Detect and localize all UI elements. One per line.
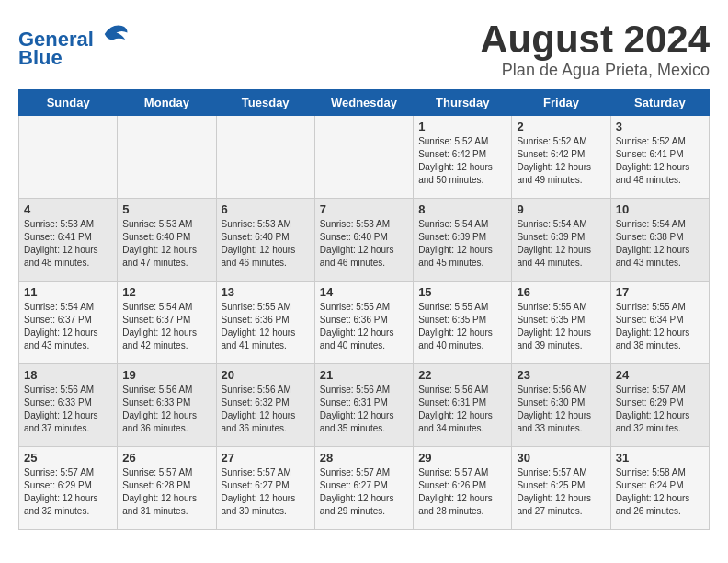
day-info: Sunrise: 5:57 AM Sunset: 6:27 PM Dayligh…: [222, 466, 310, 518]
calendar-week-row: 18Sunrise: 5:56 AM Sunset: 6:33 PM Dayli…: [19, 364, 710, 447]
calendar-cell: 9Sunrise: 5:54 AM Sunset: 6:39 PM Daylig…: [512, 199, 610, 282]
day-info: Sunrise: 5:54 AM Sunset: 6:39 PM Dayligh…: [517, 218, 605, 270]
day-info: Sunrise: 5:57 AM Sunset: 6:28 PM Dayligh…: [122, 466, 210, 518]
day-info: Sunrise: 5:52 AM Sunset: 6:42 PM Dayligh…: [517, 135, 605, 187]
day-info: Sunrise: 5:53 AM Sunset: 6:40 PM Dayligh…: [222, 218, 310, 270]
calendar-cell: 18Sunrise: 5:56 AM Sunset: 6:33 PM Dayli…: [19, 364, 118, 447]
day-info: Sunrise: 5:57 AM Sunset: 6:29 PM Dayligh…: [616, 384, 704, 435]
day-info: Sunrise: 5:53 AM Sunset: 6:41 PM Dayligh…: [24, 218, 112, 270]
calendar-body: 1Sunrise: 5:52 AM Sunset: 6:42 PM Daylig…: [19, 116, 710, 530]
calendar-cell: 4Sunrise: 5:53 AM Sunset: 6:41 PM Daylig…: [19, 199, 118, 282]
day-number: 13: [222, 285, 310, 299]
day-number: 12: [122, 285, 210, 299]
day-info: Sunrise: 5:54 AM Sunset: 6:37 PM Dayligh…: [24, 301, 112, 352]
day-number: 18: [24, 368, 112, 382]
day-number: 28: [320, 451, 408, 465]
day-number: 30: [517, 451, 605, 465]
calendar-cell: 7Sunrise: 5:53 AM Sunset: 6:40 PM Daylig…: [314, 199, 413, 282]
day-number: 24: [616, 368, 704, 382]
calendar-cell: 6Sunrise: 5:53 AM Sunset: 6:40 PM Daylig…: [216, 199, 314, 282]
calendar-cell: 22Sunrise: 5:56 AM Sunset: 6:31 PM Dayli…: [414, 364, 512, 447]
weekday-header-saturday: Saturday: [610, 90, 709, 116]
day-number: 7: [320, 202, 408, 216]
day-number: 22: [418, 368, 506, 382]
weekday-header-sunday: Sunday: [19, 90, 118, 116]
day-info: Sunrise: 5:56 AM Sunset: 6:31 PM Dayligh…: [418, 384, 506, 435]
day-number: 29: [418, 451, 506, 465]
day-number: 27: [222, 451, 310, 465]
logo: General Blue: [18, 18, 129, 69]
calendar-cell: 12Sunrise: 5:54 AM Sunset: 6:37 PM Dayli…: [118, 282, 216, 364]
calendar-cell: 20Sunrise: 5:56 AM Sunset: 6:32 PM Dayli…: [216, 364, 314, 447]
logo-bird-icon: [101, 18, 129, 46]
calendar-cell: 13Sunrise: 5:55 AM Sunset: 6:36 PM Dayli…: [216, 282, 314, 364]
calendar-cell: 11Sunrise: 5:54 AM Sunset: 6:37 PM Dayli…: [19, 282, 118, 364]
calendar-cell: 16Sunrise: 5:55 AM Sunset: 6:35 PM Dayli…: [512, 282, 610, 364]
day-info: Sunrise: 5:52 AM Sunset: 6:42 PM Dayligh…: [418, 135, 506, 187]
weekday-header-row: SundayMondayTuesdayWednesdayThursdayFrid…: [19, 90, 710, 116]
day-number: 31: [616, 451, 704, 465]
calendar-cell: [314, 116, 413, 199]
weekday-header-wednesday: Wednesday: [314, 90, 413, 116]
day-info: Sunrise: 5:55 AM Sunset: 6:36 PM Dayligh…: [320, 301, 408, 352]
day-number: 10: [616, 202, 704, 216]
day-info: Sunrise: 5:53 AM Sunset: 6:40 PM Dayligh…: [122, 218, 210, 270]
calendar-cell: [118, 116, 216, 199]
calendar-cell: 25Sunrise: 5:57 AM Sunset: 6:29 PM Dayli…: [19, 447, 118, 530]
day-number: 23: [517, 368, 605, 382]
calendar-cell: 26Sunrise: 5:57 AM Sunset: 6:28 PM Dayli…: [118, 447, 216, 530]
calendar-cell: 17Sunrise: 5:55 AM Sunset: 6:34 PM Dayli…: [610, 282, 709, 364]
day-number: 17: [616, 285, 704, 299]
calendar-cell: 31Sunrise: 5:58 AM Sunset: 6:24 PM Dayli…: [610, 447, 709, 530]
day-info: Sunrise: 5:54 AM Sunset: 6:38 PM Dayligh…: [616, 218, 704, 270]
day-info: Sunrise: 5:54 AM Sunset: 6:39 PM Dayligh…: [418, 218, 506, 270]
day-info: Sunrise: 5:57 AM Sunset: 6:25 PM Dayligh…: [517, 466, 605, 518]
day-info: Sunrise: 5:55 AM Sunset: 6:34 PM Dayligh…: [616, 301, 704, 352]
day-number: 16: [517, 285, 605, 299]
calendar-cell: 23Sunrise: 5:56 AM Sunset: 6:30 PM Dayli…: [512, 364, 610, 447]
day-info: Sunrise: 5:52 AM Sunset: 6:41 PM Dayligh…: [616, 135, 704, 187]
day-number: 6: [222, 202, 310, 216]
day-info: Sunrise: 5:53 AM Sunset: 6:40 PM Dayligh…: [320, 218, 408, 270]
day-info: Sunrise: 5:55 AM Sunset: 6:35 PM Dayligh…: [517, 301, 605, 352]
day-number: 3: [616, 120, 704, 133]
calendar-cell: 14Sunrise: 5:55 AM Sunset: 6:36 PM Dayli…: [314, 282, 413, 364]
day-number: 14: [320, 285, 408, 299]
calendar-week-row: 11Sunrise: 5:54 AM Sunset: 6:37 PM Dayli…: [19, 282, 710, 364]
day-number: 15: [418, 285, 506, 299]
weekday-header-tuesday: Tuesday: [216, 90, 314, 116]
day-number: 21: [320, 368, 408, 382]
day-info: Sunrise: 5:57 AM Sunset: 6:29 PM Dayligh…: [24, 466, 112, 518]
calendar-cell: 19Sunrise: 5:56 AM Sunset: 6:33 PM Dayli…: [118, 364, 216, 447]
title-block: August 2024 Plan de Agua Prieta, Mexico: [480, 18, 710, 80]
calendar-table: SundayMondayTuesdayWednesdayThursdayFrid…: [18, 89, 710, 530]
day-info: Sunrise: 5:56 AM Sunset: 6:31 PM Dayligh…: [320, 384, 408, 435]
day-info: Sunrise: 5:56 AM Sunset: 6:30 PM Dayligh…: [517, 384, 605, 435]
calendar-cell: 5Sunrise: 5:53 AM Sunset: 6:40 PM Daylig…: [118, 199, 216, 282]
calendar-week-row: 25Sunrise: 5:57 AM Sunset: 6:29 PM Dayli…: [19, 447, 710, 530]
page-header: General Blue August 2024 Plan de Agua Pr…: [18, 18, 710, 80]
calendar-cell: 15Sunrise: 5:55 AM Sunset: 6:35 PM Dayli…: [414, 282, 512, 364]
day-info: Sunrise: 5:56 AM Sunset: 6:33 PM Dayligh…: [24, 384, 112, 435]
day-number: 5: [122, 202, 210, 216]
calendar-cell: 8Sunrise: 5:54 AM Sunset: 6:39 PM Daylig…: [414, 199, 512, 282]
day-info: Sunrise: 5:56 AM Sunset: 6:33 PM Dayligh…: [122, 384, 210, 435]
calendar-cell: 28Sunrise: 5:57 AM Sunset: 6:27 PM Dayli…: [314, 447, 413, 530]
day-info: Sunrise: 5:56 AM Sunset: 6:32 PM Dayligh…: [222, 384, 310, 435]
day-info: Sunrise: 5:58 AM Sunset: 6:24 PM Dayligh…: [616, 466, 704, 518]
day-number: 26: [122, 451, 210, 465]
calendar-title: August 2024: [480, 18, 710, 61]
calendar-cell: [19, 116, 118, 199]
calendar-cell: 21Sunrise: 5:56 AM Sunset: 6:31 PM Dayli…: [314, 364, 413, 447]
calendar-cell: 1Sunrise: 5:52 AM Sunset: 6:42 PM Daylig…: [414, 116, 512, 199]
day-info: Sunrise: 5:55 AM Sunset: 6:35 PM Dayligh…: [418, 301, 506, 352]
day-number: 25: [24, 451, 112, 465]
calendar-cell: 2Sunrise: 5:52 AM Sunset: 6:42 PM Daylig…: [512, 116, 610, 199]
day-info: Sunrise: 5:55 AM Sunset: 6:36 PM Dayligh…: [222, 301, 310, 352]
day-number: 8: [418, 202, 506, 216]
calendar-cell: 3Sunrise: 5:52 AM Sunset: 6:41 PM Daylig…: [610, 116, 709, 199]
calendar-cell: 24Sunrise: 5:57 AM Sunset: 6:29 PM Dayli…: [610, 364, 709, 447]
weekday-header-monday: Monday: [118, 90, 216, 116]
calendar-cell: 10Sunrise: 5:54 AM Sunset: 6:38 PM Dayli…: [610, 199, 709, 282]
calendar-week-row: 4Sunrise: 5:53 AM Sunset: 6:41 PM Daylig…: [19, 199, 710, 282]
